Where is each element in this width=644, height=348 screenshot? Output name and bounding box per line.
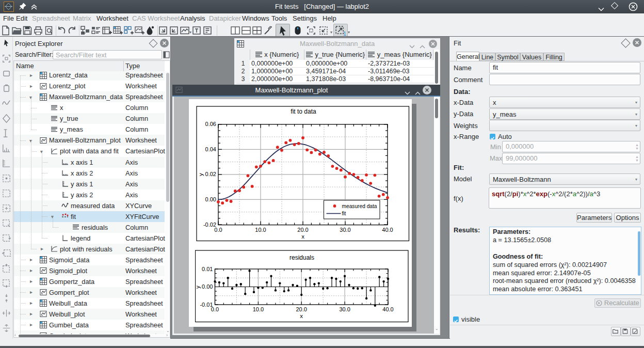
svg-text:0.04: 0.04 <box>205 146 216 152</box>
svg-text:0.02: 0.02 <box>205 171 216 177</box>
svg-text:measured data: measured data <box>342 203 377 209</box>
svg-text:30.0: 30.0 <box>339 306 350 312</box>
svg-text:20.0: 20.0 <box>296 306 307 312</box>
svg-text:fit: fit <box>342 211 346 216</box>
svg-text:40.0: 40.0 <box>382 306 393 312</box>
svg-text:residuals: residuals <box>289 254 314 261</box>
svg-text:10.0: 10.0 <box>255 227 266 233</box>
svg-text:0.0: 0.0 <box>214 227 222 233</box>
svg-text:y: y <box>198 173 204 176</box>
svg-text:20.0: 20.0 <box>297 227 308 233</box>
svg-text:10.0: 10.0 <box>253 306 264 312</box>
svg-text:0.00: 0.00 <box>205 196 216 202</box>
svg-text:40.0: 40.0 <box>382 227 393 233</box>
svg-text:0.01: 0.01 <box>202 266 213 272</box>
svg-text:0.06: 0.06 <box>205 121 216 127</box>
svg-text:0.0: 0.0 <box>211 306 219 312</box>
svg-text:30.0: 30.0 <box>340 227 350 233</box>
svg-text:0.00: 0.00 <box>202 283 213 290</box>
svg-text:fit to data: fit to data <box>291 108 316 115</box>
svg-text:y: y <box>195 286 201 289</box>
svg-text:x: x <box>300 313 303 319</box>
svg-text:x: x <box>301 233 304 240</box>
